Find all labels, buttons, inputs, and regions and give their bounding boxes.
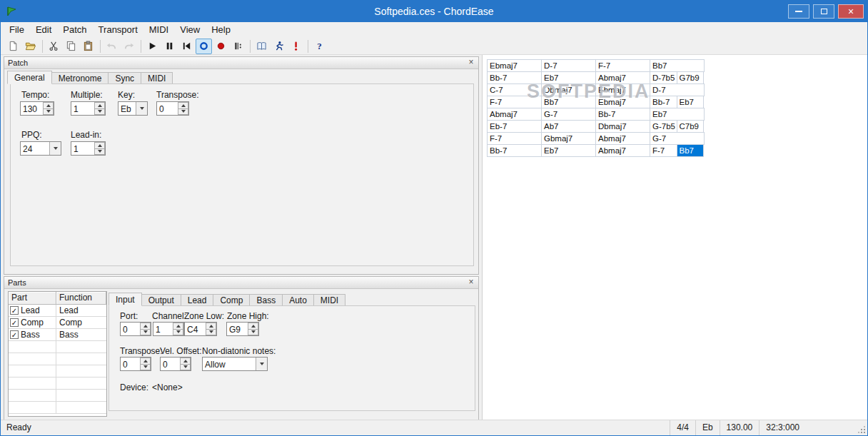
chord-cell[interactable]: D-7 [650,83,705,96]
new-button[interactable] [5,39,21,54]
leadin-value[interactable]: 1 [71,142,94,155]
parts-panel-caption[interactable]: Parts [4,277,478,289]
vel-offset-down-button[interactable] [180,365,191,371]
chord-cell[interactable]: Bb-7 [650,96,677,108]
tempo-down-button[interactable] [43,109,54,116]
zone-low-up-button[interactable] [206,323,216,330]
panic-button[interactable] [271,39,287,54]
resize-grip[interactable] [857,425,865,433]
menu-patch[interactable]: Patch [57,22,92,38]
chord-cell[interactable]: G-7b5 [650,120,677,133]
transpose-down-button[interactable] [178,109,188,116]
patch-tab-general[interactable]: General [7,71,52,84]
channel-spinner[interactable]: 1 [153,322,184,336]
help-button[interactable]: ? [311,39,328,54]
parts-table-row[interactable]: CompComp [9,317,106,329]
parts-column-header-part[interactable]: Part [9,292,56,305]
parts-panel-close-icon[interactable] [466,278,476,288]
menu-help[interactable]: Help [206,22,236,38]
chord-cell[interactable]: Ab7 [541,120,596,133]
parts-tab-auto[interactable]: Auto [282,294,314,306]
open-button[interactable] [22,39,39,54]
parts-table-row[interactable]: BassBass [9,329,106,341]
multiple-up-button[interactable] [94,102,105,109]
vel-offset-up-button[interactable] [180,358,191,365]
leadin-down-button[interactable] [94,149,105,156]
transpose-up-button[interactable] [178,102,188,109]
chord-cell[interactable]: D-7b5 [650,71,677,84]
chord-cell[interactable]: Bb7 [677,144,705,157]
redo-button[interactable] [121,39,137,54]
non-diatonic-combo[interactable]: Allow [202,357,268,371]
parts-tab-bass[interactable]: Bass [249,294,283,306]
close-button[interactable] [838,4,864,19]
maximize-button[interactable] [813,4,834,19]
chord-cell[interactable]: Eb-7 [487,120,542,133]
minimize-button[interactable] [788,4,809,19]
chord-cell[interactable]: Abmaj7 [595,132,650,145]
multiple-spinner[interactable]: 1 [71,101,106,116]
multiple-down-button[interactable] [94,109,105,116]
parts-tab-input[interactable]: Input [108,293,142,306]
part-checkbox[interactable] [10,330,19,339]
repeat-section-button[interactable] [230,39,246,54]
chord-cell[interactable]: D-7 [541,59,596,72]
non-diatonic-dropdown-icon[interactable] [256,358,267,370]
channel-up-button[interactable] [173,323,183,330]
chord-dictionary-button[interactable] [253,39,270,54]
part-checkbox[interactable] [10,318,19,327]
chord-cell[interactable]: Bb-7 [595,108,650,121]
leadin-up-button[interactable] [94,142,105,149]
chord-cell[interactable]: F-7 [487,132,542,145]
title-bar[interactable]: Softpedia.ces - ChordEase [1,1,867,22]
chord-cell[interactable]: Ebmaj7 [487,59,542,72]
patch-tab-metronome[interactable]: Metronome [51,72,109,84]
parts-column-header-function[interactable]: Function [56,292,106,305]
key-combo[interactable]: Eb [118,101,148,116]
leadin-spinner[interactable]: 1 [71,141,106,156]
vel-offset-spinner[interactable]: 0 [160,357,191,371]
patch-panel-close-icon[interactable] [466,58,476,68]
record-button[interactable] [213,39,229,54]
rewind-button[interactable] [178,39,195,54]
menu-transport[interactable]: Transport [93,22,143,38]
input-transpose-down-button[interactable] [140,365,151,371]
patch-panel-caption[interactable]: Patch [4,57,478,69]
input-transpose-up-button[interactable] [140,358,151,365]
chord-cell[interactable]: F-7 [595,59,650,72]
patch-tab-midi[interactable]: MIDI [141,72,173,84]
tempo-up-button[interactable] [43,102,54,109]
zone-high-value[interactable]: G9 [227,323,248,335]
chord-cell[interactable]: Bb-7 [487,144,542,157]
ppq-dropdown-icon[interactable] [49,142,61,155]
parts-tab-comp[interactable]: Comp [213,294,250,306]
paste-button[interactable] [80,39,96,54]
chord-cell[interactable]: Gbmaj7 [541,132,596,145]
zone-low-down-button[interactable] [206,330,216,336]
menu-edit[interactable]: Edit [30,22,57,38]
channel-down-button[interactable] [173,330,183,336]
chord-cell[interactable]: G-7 [541,108,596,121]
copy-button[interactable] [63,39,79,54]
zone-low-spinner[interactable]: C4 [184,322,217,336]
port-up-button[interactable] [140,323,151,330]
menu-midi[interactable]: MIDI [143,22,174,38]
vel-offset-value[interactable]: 0 [161,358,180,370]
chord-cell[interactable]: Abmaj7 [487,108,542,121]
chord-cell[interactable]: Bb7 [650,59,705,72]
zone-high-up-button[interactable] [248,323,258,330]
multiple-value[interactable]: 1 [71,102,94,115]
play-button[interactable] [144,39,161,54]
pause-button[interactable] [161,39,178,54]
port-spinner[interactable]: 0 [120,322,151,336]
tempo-value[interactable]: 130 [21,102,43,115]
port-value[interactable]: 0 [121,323,140,335]
zone-high-spinner[interactable]: G9 [226,322,259,336]
transpose-spinner[interactable]: 0 [156,101,189,116]
ppq-combo[interactable]: 24 [20,141,61,156]
cut-button[interactable] [46,39,62,54]
chord-cell[interactable]: C7b9 [677,120,705,133]
menu-view[interactable]: View [174,22,206,38]
transpose-value[interactable]: 0 [157,102,178,115]
chord-chart-view[interactable]: Ebmaj7D-7F-7Bb7Bb-7Eb7Abmaj7D-7b5G7b9C-7… [482,55,867,420]
